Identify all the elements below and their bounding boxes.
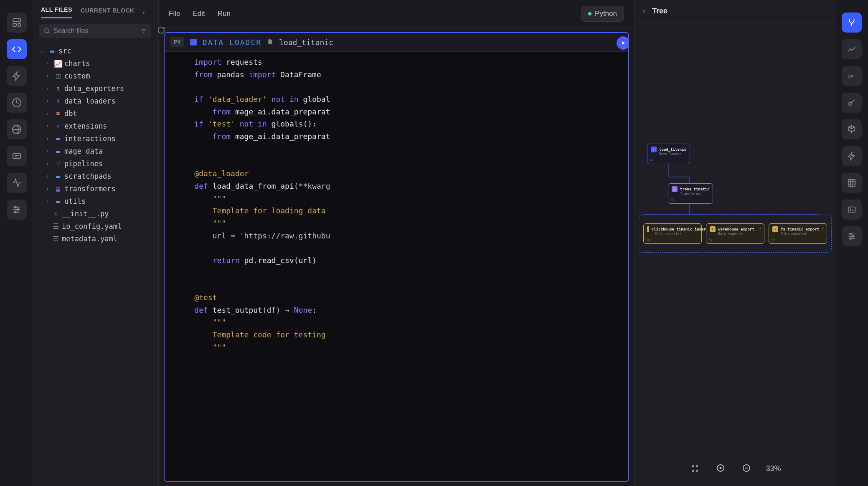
code-line[interactable]: if 'test' not in globals():: [165, 118, 628, 130]
search-box[interactable]: [39, 24, 151, 38]
menu-edit[interactable]: Edit: [193, 10, 205, 18]
code-line[interactable]: Template code for testing: [165, 329, 628, 341]
log-icon-button[interactable]: [7, 146, 27, 166]
clock-icon-button[interactable]: [7, 93, 27, 113]
code-line[interactable]: [165, 143, 628, 155]
zoom-out-button[interactable]: [740, 462, 753, 475]
chevron-right-icon: ›: [46, 86, 52, 91]
search-input[interactable]: [53, 27, 137, 35]
code-line[interactable]: def test_output(df) → None:: [165, 304, 628, 316]
tree-folder[interactable]: ›▦transformers: [38, 182, 154, 195]
tree-item-label: transformers: [64, 185, 116, 193]
filter-icon[interactable]: [140, 28, 147, 34]
tree-file[interactable]: ⚡__init__.py: [38, 208, 154, 220]
code-line[interactable]: from pandas import DataFrame: [165, 68, 628, 81]
chevron-right-icon[interactable]: ›: [643, 7, 645, 15]
node-title: load_titanic: [659, 147, 686, 152]
tree-item-label: charts: [64, 59, 90, 68]
tree-file[interactable]: ☰io_config.yaml: [38, 220, 154, 233]
bolt-right-button[interactable]: [842, 146, 862, 166]
tab-all-files[interactable]: ALL FILES: [41, 6, 72, 18]
tree-item-label: data_exporters: [64, 84, 124, 93]
code-line[interactable]: @test: [165, 291, 628, 304]
terminal-button[interactable]: [842, 200, 862, 220]
chevron-right-icon: ›: [46, 198, 52, 204]
variables-button[interactable]: x=: [842, 66, 862, 86]
code-line[interactable]: [165, 267, 628, 279]
sliders-button[interactable]: [842, 226, 862, 246]
code-line[interactable]: """: [165, 217, 628, 230]
bolt-icon-button[interactable]: [7, 66, 27, 86]
svg-rect-2: [18, 23, 20, 26]
list-icon: ☰: [52, 222, 59, 230]
tree-item-label: pipelines: [64, 159, 103, 168]
code-line[interactable]: def load_data_from_api(**kwarg: [165, 180, 628, 192]
node-subtitle: Transformer: [680, 192, 709, 196]
tree-folder[interactable]: ›▬scratchpads: [38, 170, 154, 182]
tree-node-transformer[interactable]: ▦trans_tinatic Transformer PY ✓: [668, 183, 713, 204]
code-icon-button[interactable]: [7, 39, 27, 59]
code-line[interactable]: """: [165, 341, 628, 354]
tree-folder[interactable]: ›◫custom: [38, 70, 154, 82]
code-line[interactable]: url = 'https://raw.githubu: [165, 230, 628, 242]
code-line[interactable]: [165, 279, 628, 291]
menu-file[interactable]: File: [169, 10, 180, 18]
code-line[interactable]: [165, 81, 628, 93]
file-tree: ⌄ ▬ src ›📈charts›◫custom›⬆data_exporters…: [38, 43, 154, 480]
left-sidebar: [0, 0, 33, 486]
tree-folder[interactable]: ›📈charts: [38, 57, 154, 70]
tree-folder[interactable]: ›⑂pipelines: [38, 157, 154, 170]
tree-root-label: src: [58, 47, 71, 55]
code-line[interactable]: if 'data_loader' not in global: [165, 93, 628, 106]
code-line[interactable]: @data_loader: [165, 167, 628, 180]
tree-node-exporter[interactable]: ⬆warehouse_exportData exporterPY✓: [706, 223, 764, 244]
settings-icon-button[interactable]: [7, 200, 27, 220]
tree-root[interactable]: ⌄ ▬ src: [38, 45, 154, 57]
code-line[interactable]: """: [165, 316, 628, 329]
tree-node-exporter[interactable]: ⬆fs_tinanic_exportData exporterPY✓: [769, 223, 827, 244]
globe-icon-button[interactable]: [7, 119, 27, 139]
activity-icon-button[interactable]: [7, 173, 27, 193]
code-line[interactable]: from mage_ai.data_preparat: [165, 106, 628, 118]
tree-file[interactable]: ☰metadata.yaml: [38, 233, 154, 245]
tree-node-loader[interactable]: ⬇load_titanic Data loader PY ✓: [647, 144, 690, 164]
tree-canvas[interactable]: ⬇load_titanic Data loader PY ✓ ▦trans_ti…: [635, 23, 835, 486]
tab-current-block[interactable]: CURRENT BLOCK: [81, 7, 135, 18]
zoom-in-button[interactable]: [714, 462, 727, 475]
tree-folder[interactable]: ›▬mage_data: [38, 145, 154, 157]
code-line[interactable]: import requests: [165, 56, 628, 68]
chevron-left-icon[interactable]: ‹: [143, 9, 145, 16]
cube-button[interactable]: [842, 119, 862, 139]
tree-folder[interactable]: ›✖dbt: [38, 107, 154, 120]
secrets-button[interactable]: [842, 93, 862, 113]
code-line[interactable]: [165, 242, 628, 254]
code-line[interactable]: return pd.read_csv(url): [165, 254, 628, 267]
language-badge[interactable]: Python: [581, 6, 624, 22]
code-line[interactable]: Template for loading data: [165, 205, 628, 217]
transform-icon: ▦: [54, 185, 62, 193]
svg-rect-36: [848, 207, 855, 213]
node-badge: PY: [650, 159, 653, 162]
chevron-right-icon: ›: [46, 98, 52, 104]
run-block-button[interactable]: [617, 36, 629, 50]
chart-view-button[interactable]: [842, 39, 862, 59]
fit-view-button[interactable]: [688, 462, 701, 475]
menu-run[interactable]: Run: [218, 10, 231, 18]
check-icon: ✓: [708, 186, 710, 190]
tree-folder[interactable]: ›▬utils: [38, 195, 154, 208]
code-line[interactable]: """: [165, 192, 628, 205]
tree-folder[interactable]: ›⚡extensions: [38, 120, 154, 132]
pipeline-icon: ⑂: [54, 159, 62, 168]
layout-icon-button[interactable]: [7, 13, 27, 33]
code-line[interactable]: [165, 155, 628, 168]
tree-node-exporter[interactable]: ⬆clickhouse_tinanic_insertData exporterS…: [643, 223, 702, 244]
tree-folder[interactable]: ›⬆data_exporters: [38, 82, 154, 95]
tree-folder[interactable]: ›▬interactions: [38, 132, 154, 145]
tree-view-button[interactable]: [842, 13, 862, 33]
code-editor[interactable]: import requests from pandas import DataF…: [165, 52, 628, 481]
code-line[interactable]: from mage_ai.data_preparat: [165, 130, 628, 143]
svg-point-13: [15, 211, 16, 213]
grid-button[interactable]: [842, 173, 862, 193]
tree-folder[interactable]: ›⬇data_loaders: [38, 95, 154, 107]
chart-icon: 📈: [54, 59, 62, 68]
